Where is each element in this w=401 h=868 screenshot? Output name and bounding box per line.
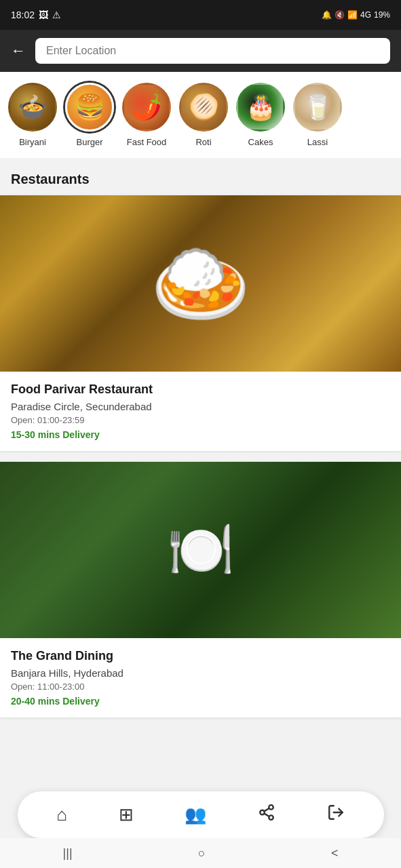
restaurant-hours-2: Open: 11:00-23:00 [11, 682, 390, 692]
restaurant-info-2: The Grand Dining Banjara Hills, Hyderaba… [0, 638, 401, 717]
status-battery: 19% [374, 10, 390, 20]
category-item-fastfood[interactable]: 🌶️Fast Food [122, 83, 171, 147]
category-label-roti: Roti [195, 137, 211, 147]
category-label-fastfood: Fast Food [127, 137, 167, 147]
category-label-cakes: Cakes [248, 137, 273, 147]
status-time: 18:02 [11, 9, 35, 20]
status-alert-icon: ⚠ [52, 9, 61, 20]
android-back-btn[interactable]: < [318, 841, 352, 866]
category-emoji-fastfood: 🌶️ [124, 85, 169, 130]
restaurant-name-1: Food Parivar Restaurant [11, 382, 390, 397]
restaurant-name-2: The Grand Dining [11, 649, 390, 663]
category-emoji-roti: 🫓 [181, 85, 226, 130]
category-label-burger: Burger [76, 137, 102, 147]
category-circle-fastfood: 🌶️ [122, 83, 171, 132]
home-nav-icon[interactable]: ⌂ [48, 800, 75, 829]
category-label-biryani: Biryani [19, 137, 46, 147]
restaurant-delivery-1: 15-30 mins Delivery [11, 429, 390, 440]
status-photo-icon: 🖼 [39, 9, 48, 20]
category-emoji-burger: 🍔 [67, 85, 112, 130]
category-circle-lassi: 🥛 [293, 83, 342, 132]
category-item-roti[interactable]: 🫓Roti [179, 83, 228, 147]
back-arrow-icon: ← [11, 42, 26, 59]
category-emoji-biryani: 🍲 [10, 85, 55, 130]
bottom-nav: ⌂ ⊞ 👥 [18, 791, 384, 838]
restaurant-location-2: Banjara Hills, Hyderabad [11, 667, 390, 679]
category-circle-burger: 🍔 [65, 83, 114, 132]
status-bar: 18:02 🖼 ⚠ 🔔 🔇 📶 4G 19% [0, 0, 401, 30]
category-item-cakes[interactable]: 🎂Cakes [236, 83, 285, 147]
restaurant-image-2 [0, 462, 401, 638]
categories-list: 🍲Biryani🍔Burger🌶️Fast Food🫓Roti🎂Cakes🥛La… [0, 72, 401, 158]
restaurant-hours-1: Open: 01:00-23:59 [11, 415, 390, 425]
category-emoji-cakes: 🎂 [238, 85, 283, 130]
status-mute-icon: 🔇 [335, 10, 345, 20]
header: ← [0, 30, 401, 72]
category-circle-biryani: 🍲 [8, 83, 57, 132]
restaurant-info-1: Food Parivar Restaurant Paradise Circle,… [0, 372, 401, 451]
status-signal-icon: 4G [360, 10, 371, 20]
category-item-lassi[interactable]: 🥛Lassi [293, 83, 342, 147]
restaurants-section: Restaurants Food Parivar Restaurant Para… [0, 158, 401, 717]
logout-nav-icon[interactable] [319, 800, 353, 830]
restaurant-image-1 [0, 195, 401, 372]
location-search-input[interactable] [46, 45, 379, 57]
restaurant-delivery-2: 20-40 mins Delivery [11, 696, 390, 707]
share-nav-icon[interactable] [250, 800, 284, 830]
status-wifi-icon: 📶 [347, 10, 358, 20]
category-label-lassi: Lassi [307, 137, 328, 147]
grid-nav-icon[interactable]: ⊞ [111, 800, 142, 829]
restaurant-location-1: Paradise Circle, Secunderabad [11, 401, 390, 412]
section-title: Restaurants [0, 158, 401, 195]
category-item-biryani[interactable]: 🍲Biryani [8, 83, 57, 147]
status-alarm-icon: 🔔 [322, 10, 332, 20]
restaurant-card-2[interactable]: The Grand Dining Banjara Hills, Hyderaba… [0, 462, 401, 717]
android-recents-btn[interactable]: ||| [50, 841, 86, 866]
people-nav-icon[interactable]: 👥 [176, 800, 214, 829]
status-bar-right: 🔔 🔇 📶 4G 19% [322, 10, 390, 20]
back-button[interactable]: ← [11, 43, 26, 58]
restaurant-card-1[interactable]: Food Parivar Restaurant Paradise Circle,… [0, 195, 401, 451]
category-emoji-lassi: 🥛 [295, 85, 340, 130]
svg-line-4 [264, 808, 269, 811]
status-bar-left: 18:02 🖼 ⚠ [11, 9, 61, 20]
android-home-btn[interactable]: ○ [185, 841, 219, 866]
svg-line-3 [264, 814, 269, 816]
category-circle-roti: 🫓 [179, 83, 228, 132]
search-container[interactable] [35, 38, 390, 64]
category-item-burger[interactable]: 🍔Burger [65, 83, 114, 147]
category-circle-cakes: 🎂 [236, 83, 285, 132]
android-nav-bar: ||| ○ < [0, 838, 401, 868]
